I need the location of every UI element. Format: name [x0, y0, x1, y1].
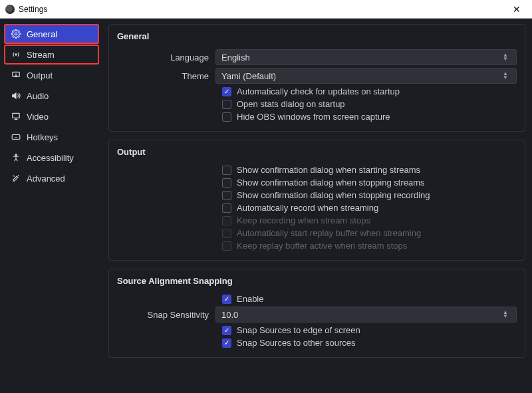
- svg-point-0: [15, 33, 17, 35]
- gear-icon: [11, 29, 21, 39]
- select-value: English: [221, 53, 250, 63]
- stepper-icon: ▲▼: [500, 311, 511, 319]
- checkbox-label: Automatically record when streaming: [237, 203, 378, 213]
- sidebar-item-label: Output: [27, 70, 53, 80]
- svg-rect-3: [13, 113, 20, 118]
- sidebar-item-accessibility[interactable]: Accessibility: [4, 148, 99, 168]
- section-title: Output: [117, 144, 517, 162]
- checkbox-label: Show confirmation dialog when stopping s…: [237, 178, 425, 188]
- monitor-icon: [11, 111, 21, 122]
- sidebar-item-audio[interactable]: Audio: [4, 86, 99, 106]
- broadcast-icon: [11, 49, 21, 60]
- checkbox-label: Snap Sources to edge of screen: [237, 325, 360, 335]
- checkbox-label: Hide OBS windows from screen capture: [237, 112, 390, 122]
- open-stats-checkbox[interactable]: [222, 100, 231, 109]
- sidebar-item-advanced[interactable]: Advanced: [4, 168, 99, 188]
- keyboard-icon: [11, 132, 21, 142]
- input-value: 10.0: [221, 310, 238, 320]
- section-title: General: [117, 29, 517, 47]
- sidebar-item-output[interactable]: Output: [4, 65, 99, 85]
- snap-enable-checkbox[interactable]: [222, 295, 231, 304]
- sidebar-item-label: Accessibility: [27, 153, 74, 163]
- checkbox-label: Keep replay buffer active when stream st…: [237, 241, 407, 251]
- section-general: General Language English ▲▼ Theme Yam: [108, 24, 525, 132]
- snap-other-checkbox[interactable]: [222, 338, 231, 348]
- checkbox-label: Show confirmation dialog when stopping r…: [237, 190, 430, 200]
- sidebar-item-label: Audio: [27, 91, 49, 101]
- confirm-start-checkbox[interactable]: [222, 166, 231, 175]
- confirm-stop-checkbox[interactable]: [222, 178, 231, 188]
- hide-windows-checkbox[interactable]: [222, 112, 231, 122]
- theme-select[interactable]: Yami (Default) ▲▼: [215, 68, 517, 84]
- sidebar-item-video[interactable]: Video: [4, 106, 99, 126]
- svg-point-5: [15, 154, 17, 156]
- theme-label: Theme: [117, 71, 215, 81]
- auto-record-checkbox[interactable]: [222, 203, 231, 213]
- checkbox-label: Automatically check for updates on start…: [237, 86, 400, 96]
- language-select[interactable]: English ▲▼: [215, 49, 517, 65]
- auto-update-checkbox[interactable]: [222, 87, 231, 96]
- select-value: Yami (Default): [221, 71, 276, 81]
- section-output: Output Show confirmation dialog when sta…: [108, 140, 525, 261]
- tools-icon: [11, 173, 21, 184]
- sidebar-item-hotkeys[interactable]: Hotkeys: [4, 127, 99, 147]
- section-title: Source Alignment Snapping: [117, 273, 517, 291]
- auto-replay-checkbox: [222, 229, 231, 238]
- sidebar: General Stream Output Audio: [0, 19, 103, 393]
- checkbox-label: Open stats dialog on startup: [237, 99, 345, 109]
- language-label: Language: [117, 53, 215, 63]
- person-icon: [11, 152, 21, 163]
- snap-sensitivity-label: Snap Sensitivity: [117, 310, 215, 320]
- window-title: Settings: [19, 5, 47, 14]
- sidebar-item-label: Advanced: [27, 174, 65, 184]
- section-snapping: Source Alignment Snapping Enable Snap Se…: [108, 269, 525, 358]
- sidebar-item-label: Hotkeys: [27, 132, 58, 142]
- snap-sensitivity-input[interactable]: 10.0 ▲▼: [215, 307, 517, 323]
- svg-rect-4: [12, 135, 20, 140]
- snap-edge-checkbox[interactable]: [222, 326, 231, 335]
- content-panel: General Language English ▲▼ Theme Yam: [103, 19, 532, 393]
- sidebar-item-stream[interactable]: Stream: [4, 45, 99, 65]
- sidebar-item-label: Stream: [27, 50, 55, 60]
- keep-replay-checkbox: [222, 241, 231, 251]
- select-spinner-icon: ▲▼: [500, 53, 511, 61]
- speaker-icon: [11, 90, 21, 101]
- app-icon: [5, 5, 15, 14]
- svg-point-1: [15, 54, 17, 55]
- sidebar-item-label: General: [27, 29, 57, 39]
- keep-recording-checkbox: [222, 216, 231, 225]
- sidebar-item-label: Video: [27, 112, 49, 122]
- checkbox-label: Enable: [237, 294, 263, 304]
- checkbox-label: Keep recording when stream stops: [237, 215, 370, 225]
- titlebar: Settings ✕: [0, 0, 532, 19]
- checkbox-label: Show confirmation dialog when starting s…: [237, 165, 420, 175]
- close-button[interactable]: ✕: [507, 4, 527, 15]
- sidebar-item-general[interactable]: General: [4, 24, 99, 44]
- confirm-rec-stop-checkbox[interactable]: [222, 191, 231, 200]
- checkbox-label: Snap Sources to other sources: [237, 338, 356, 348]
- display-out-icon: [11, 70, 21, 80]
- checkbox-label: Automatically start replay buffer when s…: [237, 228, 421, 238]
- select-spinner-icon: ▲▼: [500, 72, 511, 80]
